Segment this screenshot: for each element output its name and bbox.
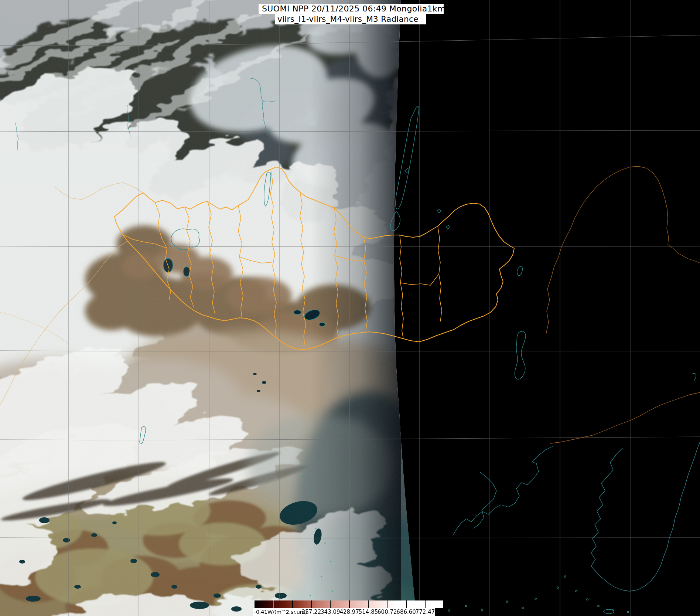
- colorbar-tick: [406, 600, 407, 608]
- airglow-dot: [324, 542, 326, 544]
- colorbar-tick-value: 428.97: [339, 608, 359, 616]
- airglow-dot: [330, 561, 331, 562]
- colorbar-tick: [311, 600, 312, 608]
- colorbar-tick: [387, 600, 387, 608]
- title-line-1: SUOMI NPP 20/11/2025 06:49 Mongolia1km: [259, 4, 444, 14]
- colorbar-tick: [292, 600, 293, 608]
- title-line-2: viirs_I1-viirs_M4-viirs_M3 Radiance: [275, 14, 428, 24]
- colorbar-labels: -0.41W/(m^2.sr.um) 257.22343.09428.97514…: [253, 608, 435, 616]
- airglow-dot: [332, 591, 333, 592]
- colorbar-tick: [368, 600, 369, 608]
- satellite-viewer: SUOMI NPP 20/11/2025 06:49 Mongolia1km v…: [0, 0, 700, 616]
- colorbar-tick: [349, 600, 350, 608]
- airglow-dot: [310, 595, 311, 596]
- colorbar-tick-value: 257.22: [302, 608, 321, 616]
- colorbar-gradient: [255, 600, 443, 608]
- satellite-map: [0, 0, 700, 616]
- colorbar-tick-value: 600.72: [378, 608, 397, 616]
- airglow-dot: [321, 576, 322, 577]
- airglow-dot: [302, 476, 304, 477]
- colorbar-tick-value: 772.47: [416, 608, 435, 616]
- colorbar-tick: [330, 600, 331, 608]
- colorbar-tick: [444, 600, 444, 608]
- airglow-dot: [319, 509, 320, 511]
- airglow-dot: [311, 491, 313, 492]
- title-black-box: [426, 14, 459, 24]
- airglow-dot: [315, 528, 317, 529]
- colorbar-special-tick: [273, 600, 274, 608]
- colorbar-tick: [425, 600, 426, 608]
- colorbar-tick-value: 343.09: [321, 608, 340, 616]
- colorbar-tick-value: 686.60: [396, 608, 416, 616]
- colorbar-tick-value: 514.85: [359, 608, 378, 616]
- colorbar-unit-label: -0.41W/(m^2.sr.um): [254, 608, 307, 616]
